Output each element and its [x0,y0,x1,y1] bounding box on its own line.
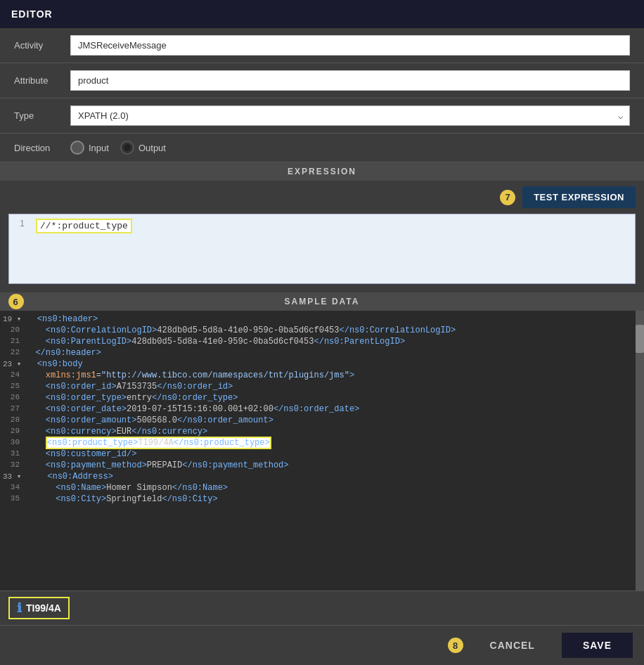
xml-linenum-34: 34 [0,483,25,491]
xml-content-21: <ns0:ParentLogID>428db0d5-5d8a-41e0-959c… [25,337,633,347]
xml-line-32: 32 <ns0:payment_method>PREPAID</ns0:paym… [0,460,633,471]
xml-linenum-20: 20 [0,325,25,334]
direction-options: Input Output [70,141,166,155]
type-select[interactable]: XPATH (2.0) XPATH (1.0) Literal [70,105,630,126]
sample-data-divider: 6 SAMPLE DATA [0,292,644,311]
type-label: Type [14,110,70,121]
expression-toolbar: 7 TEST EXPRESSION [0,181,644,214]
xml-line-28: 28 <ns0:order_amount>500568.0</ns0:order… [0,415,633,426]
xml-content-27: <ns0:order_date>2019-07-15T15:16:00.001+… [25,404,633,414]
result-badge-outer: ℹ TI99/4A [8,597,70,619]
direction-input-option[interactable]: Input [70,141,109,155]
xml-content-24: xmlns:jms1="http://www.tibco.com/namespa… [25,370,633,380]
xml-linenum-22: 22 [0,348,25,356]
result-value: TI99/4A [26,602,61,614]
editor-header: EDITOR [0,0,644,28]
xml-line-34: 34 <ns0:Name>Homer Simpson</ns0:Name> [0,482,633,493]
attribute-label: Attribute [14,75,70,86]
test-expression-button[interactable]: TEST EXPRESSION [522,186,636,208]
attribute-row: Attribute [0,63,644,98]
xml-content-34: <ns0:Name>Homer Simpson</ns0:Name> [25,483,633,493]
xml-linenum-21: 21 [0,337,25,345]
xml-line-23: 23 ▾ <ns0:body [0,359,633,370]
xml-linenum-24: 24 [0,370,25,379]
xml-content-22: </ns0:header> [25,348,633,358]
expression-divider: EXPRESSION [0,162,644,181]
xml-content-23: <ns0:body [27,359,633,369]
form-section: Activity Attribute Type XPATH (2.0) XPAT… [0,28,644,162]
output-radio[interactable] [120,141,134,155]
expression-content[interactable]: //*:product_type [30,214,635,238]
activity-input[interactable] [70,35,630,56]
direction-output-option[interactable]: Output [120,141,166,155]
xml-line-22: 22 </ns0:header> [0,347,633,359]
scrollbar[interactable] [636,311,644,590]
xml-linenum-19: 19 ▾ [0,314,27,323]
sample-data-section: 19 ▾ <ns0:header> 20 <ns0:CorrelationLog… [0,311,644,590]
activity-row: Activity [0,28,644,63]
xml-content-30: <ns0:product_type>TI99/4A</ns0:product_t… [25,438,633,448]
editor-title: EDITOR [11,8,53,20]
xml-line-26: 26 <ns0:order_type>entry</ns0:order_type… [0,392,633,403]
xml-line-20: 20 <ns0:CorrelationLogID>428db0d5-5d8a-4… [0,325,633,336]
xml-content-35: <ns0:City>Springfield</ns0:City> [25,494,633,504]
save-badge: 8 [448,638,463,653]
xml-content-33: <ns0:Address> [27,472,633,482]
output-radio-label: Output [139,143,166,153]
xml-line-25: 25 <ns0:order_id>A7153735</ns0:order_id> [0,381,633,392]
xml-line-35: 35 <ns0:City>Springfield</ns0:City> [0,493,633,505]
xml-linenum-31: 31 [0,449,25,458]
type-row: Type XPATH (2.0) XPATH (1.0) Literal ⌵ [0,98,644,134]
input-radio[interactable] [70,141,84,155]
expression-highlight: //*:product_type [36,219,132,233]
xml-highlight-product-type: <ns0:product_type>TI99/4A</ns0:product_t… [46,437,271,449]
editor-container: EDITOR Activity Attribute Type XPATH (2.… [0,0,644,665]
xml-content-20: <ns0:CorrelationLogID>428db0d5-5d8a-41e0… [25,325,633,335]
xml-linenum-25: 25 [0,382,25,390]
xml-line-30: 30 <ns0:product_type>TI99/4A</ns0:produc… [0,437,633,448]
xml-line-27: 27 <ns0:order_date>2019-07-15T15:16:00.0… [0,403,633,415]
xml-linenum-27: 27 [0,404,25,413]
info-icon: ℹ [17,600,22,616]
expression-editor[interactable]: 1 //*:product_type [8,214,636,284]
xml-content-28: <ns0:order_amount>500568.0</ns0:order_am… [25,415,633,425]
save-button[interactable]: SAVE [562,633,633,658]
sample-data-content[interactable]: 19 ▾ <ns0:header> 20 <ns0:CorrelationLog… [0,311,644,508]
cancel-button[interactable]: CANCEL [469,633,556,658]
xml-line-24: 24 xmlns:jms1="http://www.tibco.com/name… [0,370,633,381]
xml-linenum-23: 23 ▾ [0,359,27,368]
xml-content-31: <ns0:customer_id/> [25,449,633,459]
xml-content-29: <ns0:currency>EUR</ns0:currency> [25,427,633,437]
xml-content-26: <ns0:order_type>entry</ns0:order_type> [25,393,633,403]
xml-linenum-35: 35 [0,494,25,503]
footer-buttons: 8 CANCEL SAVE [0,625,644,665]
direction-row: Direction Input Output [0,134,644,162]
xml-line-33: 33 ▾ <ns0:Address> [0,471,633,482]
direction-label: Direction [14,143,70,153]
xml-line-31: 31 <ns0:customer_id/> [0,448,633,460]
sample-data-label: SAMPLE DATA [285,297,360,306]
expression-label: EXPRESSION [288,167,356,176]
input-radio-label: Input [89,143,109,153]
result-bar: ℹ TI99/4A [0,590,644,625]
xml-line-29: 29 <ns0:currency>EUR</ns0:currency> [0,426,633,437]
xml-line-19: 19 ▾ <ns0:header> [0,314,633,325]
xml-content-19: <ns0:header> [27,314,633,324]
activity-label: Activity [14,40,70,51]
xml-linenum-26: 26 [0,393,25,401]
line-number-1: 1 [9,214,30,233]
type-select-wrapper: XPATH (2.0) XPATH (1.0) Literal ⌵ [70,105,630,126]
expression-line-1: 1 //*:product_type [9,214,635,238]
xml-linenum-33: 33 ▾ [0,472,27,481]
attribute-input[interactable] [70,70,630,91]
xml-linenum-29: 29 [0,427,25,435]
xml-content-25: <ns0:order_id>A7153735</ns0:order_id> [25,382,633,392]
xml-content-32: <ns0:payment_method>PREPAID</ns0:payment… [25,460,633,470]
sample-data-badge: 6 [8,294,24,309]
xml-linenum-32: 32 [0,460,25,469]
xml-linenum-30: 30 [0,438,25,446]
xml-linenum-28: 28 [0,415,25,424]
xml-line-21: 21 <ns0:ParentLogID>428db0d5-5d8a-41e0-9… [0,336,633,347]
test-expression-badge: 7 [500,190,515,205]
scrollbar-thumb[interactable] [636,325,644,353]
